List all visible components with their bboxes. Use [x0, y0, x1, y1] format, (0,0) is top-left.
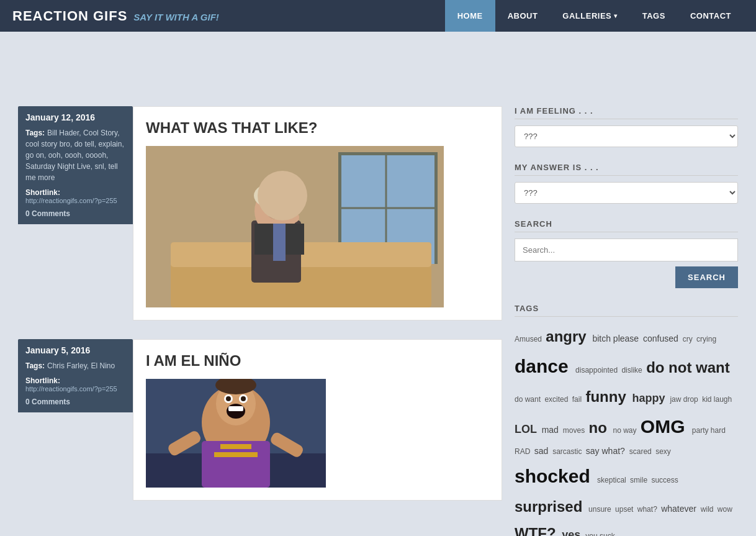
tag-item[interactable]: skeptical	[597, 476, 628, 484]
tag-item[interactable]: do not want	[646, 359, 730, 376]
tag-item[interactable]: RAD	[515, 447, 533, 456]
answer-select[interactable]: ???	[515, 182, 738, 204]
shortlink-label-2: Shortlink:	[25, 376, 125, 385]
tag-item[interactable]: bitch please	[592, 334, 641, 343]
tag-item[interactable]: dislike	[621, 366, 644, 375]
tag-item[interactable]: success	[651, 476, 678, 484]
tag-item[interactable]: unsure	[588, 505, 613, 514]
tag-item[interactable]: excited	[544, 395, 570, 404]
comments-1[interactable]: 0 Comments	[25, 209, 125, 218]
tag-item[interactable]: Amused	[515, 335, 544, 343]
nav-tags[interactable]: TAGS	[630, 0, 678, 32]
tags-content-2: Chris Farley, El Nino	[47, 361, 115, 370]
nav-contact[interactable]: CONTACT	[678, 0, 744, 32]
post-date-2: January 5, 2016	[25, 345, 125, 355]
tags-label-1: Tags:	[25, 129, 45, 137]
nav-brand: REACTION GIFS SAY IT WITH A GIF!	[12, 8, 445, 24]
tags-cloud-title: TAGS	[515, 304, 738, 317]
tag-item[interactable]: party hard	[692, 426, 726, 435]
nav-galleries[interactable]: GALLERIES ▾	[550, 0, 629, 32]
answer-section: MY ANSWER IS . . . ???	[515, 163, 738, 204]
tag-item[interactable]: WTF?	[515, 525, 560, 536]
tags-cloud: Amused angry bitch please confused cry c…	[515, 323, 738, 536]
tag-item[interactable]: sad	[534, 446, 551, 456]
tag-item[interactable]: crying	[696, 335, 716, 343]
tag-item[interactable]: sarcastic	[552, 447, 584, 456]
tags-label-2: Tags:	[25, 361, 45, 370]
content-area: January 12, 2016 Tags: Bill Hader, Cool …	[18, 106, 502, 536]
tag-item[interactable]: funny	[585, 388, 630, 405]
tag-item[interactable]: no way	[613, 426, 638, 435]
dropdown-arrow-icon: ▾	[614, 12, 618, 19]
tag-item[interactable]: scared	[629, 447, 654, 456]
post-wrapper-2: January 5, 2016 Tags: Chris Farley, El N…	[18, 339, 502, 501]
shortlink-url-2[interactable]: http://reactiongifs.com/?p=255	[25, 385, 125, 393]
post-title-2[interactable]: I AM EL NIÑO	[146, 352, 489, 370]
search-button[interactable]: SEARCH	[675, 266, 738, 288]
tag-item[interactable]: OMG	[641, 416, 690, 437]
tag-item[interactable]: happy	[632, 392, 668, 404]
comments-2[interactable]: 0 Comments	[25, 397, 125, 406]
tag-item[interactable]: wild	[701, 505, 716, 514]
post-image-2	[146, 379, 326, 488]
tag-item[interactable]: cry	[683, 335, 695, 343]
tag-item[interactable]: wow	[718, 505, 732, 514]
post-title-1[interactable]: WHAT WAS THAT LIKE?	[146, 119, 489, 137]
tag-item[interactable]: LOL	[515, 423, 540, 435]
post-date-1: January 12, 2016	[25, 112, 125, 122]
post-meta-sidebar-2: January 5, 2016 Tags: Chris Farley, El N…	[18, 339, 133, 501]
tag-item[interactable]: surprised	[515, 498, 587, 515]
tag-item[interactable]: confused	[643, 334, 681, 343]
feeling-section: I AM FEELING . . . ???	[515, 106, 738, 147]
svg-rect-16	[273, 224, 286, 261]
tag-item[interactable]: disappointed	[575, 366, 619, 375]
tag-item[interactable]: you suck	[585, 532, 614, 536]
shortlink-label-1: Shortlink:	[25, 188, 125, 197]
tag-item[interactable]: yes	[562, 529, 583, 536]
banner-area	[0, 32, 756, 106]
tag-item[interactable]: moves	[563, 426, 587, 435]
feeling-select[interactable]: ???	[515, 125, 738, 147]
tag-item[interactable]: jaw drop	[670, 395, 700, 404]
post-card-1: WHAT WAS THAT LIKE?	[133, 106, 502, 320]
tag-item[interactable]: kid laugh	[702, 395, 732, 404]
tag-item[interactable]: what?	[637, 505, 659, 514]
shortlink-url-1[interactable]: http://reactiongifs.com/?p=255	[25, 197, 125, 204]
tag-item[interactable]: shocked	[515, 466, 595, 486]
post-wrapper-1: January 12, 2016 Tags: Bill Hader, Cool …	[18, 106, 502, 320]
search-input[interactable]	[515, 238, 738, 261]
tag-item[interactable]: whatever	[661, 504, 699, 514]
svg-point-32	[241, 396, 246, 401]
svg-rect-2	[338, 152, 438, 155]
svg-point-30	[226, 396, 231, 401]
site-subtitle: SAY IT WITH A GIF!	[133, 12, 219, 22]
nav-links: HOME ABOUT GALLERIES ▾ TAGS CONTACT	[445, 0, 744, 32]
tag-item[interactable]: smile	[630, 476, 649, 484]
nav-home[interactable]: HOME	[445, 0, 495, 32]
tag-item[interactable]: no	[588, 419, 611, 436]
post-meta-card-2: January 5, 2016 Tags: Chris Farley, El N…	[18, 339, 133, 412]
tag-item[interactable]: mad	[542, 425, 561, 435]
tag-item[interactable]: do want	[515, 395, 542, 404]
tags-section: TAGS Amused angry bitch please confused …	[515, 304, 738, 536]
svg-rect-14	[254, 224, 273, 255]
post-meta-sidebar-1: January 12, 2016 Tags: Bill Hader, Cool …	[18, 106, 133, 320]
answer-title: MY ANSWER IS . . .	[515, 163, 738, 176]
tag-item[interactable]: upset	[615, 505, 636, 514]
feeling-title: I AM FEELING . . .	[515, 106, 738, 119]
post-card-2: I AM EL NIÑO	[133, 339, 502, 501]
svg-point-19	[280, 206, 285, 211]
tag-item[interactable]: say what?	[586, 446, 628, 456]
tag-item[interactable]: fail	[572, 395, 584, 404]
main-container: January 12, 2016 Tags: Bill Hader, Cool …	[6, 106, 750, 536]
search-section: SEARCH SEARCH	[515, 219, 738, 288]
tag-item[interactable]: dance	[515, 356, 574, 376]
post-meta-card-1: January 12, 2016 Tags: Bill Hader, Cool …	[18, 106, 133, 224]
tag-item[interactable]: angry	[546, 328, 590, 345]
nav-about[interactable]: ABOUT	[495, 0, 551, 32]
svg-point-13	[254, 182, 299, 209]
svg-rect-15	[286, 224, 304, 255]
svg-rect-28	[228, 406, 243, 411]
svg-point-17	[284, 211, 299, 224]
tag-item[interactable]: sexy	[655, 447, 671, 456]
